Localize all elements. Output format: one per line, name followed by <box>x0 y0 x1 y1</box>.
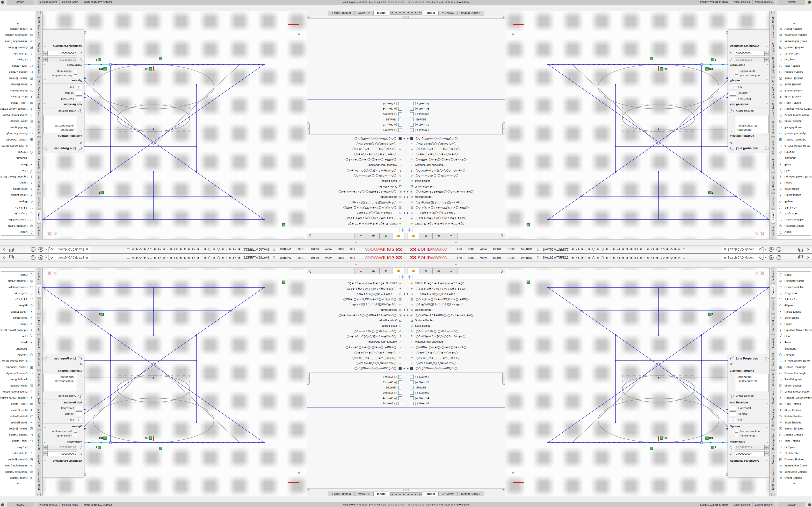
command-tab[interactable]: MBD Dimensions <box>37 15 41 40</box>
filter-input[interactable] <box>412 228 503 232</box>
rollback-bar-end[interactable] <box>406 99 505 100</box>
command-tab[interactable]: Direct Editing <box>771 172 775 193</box>
feature-manager-tab[interactable]: ◕ <box>355 233 367 239</box>
quick-access-toolbar[interactable]: ◉ ƷƐ ◉ ⌇ ◉ ◯ ◉ ◯ ◉ ⁺ ◉ ƷƐ ◉ ♟ ◉ ƧƼ ◉ ⁺ ◉… <box>92 256 241 259</box>
accept-button[interactable]: ✔ <box>730 141 733 145</box>
relation-item[interactable]: Equal length109 <box>737 124 767 128</box>
tab-nav-button[interactable]: ◀ <box>398 492 402 496</box>
palette-tool[interactable]: ✥ Move Entities <box>0 407 36 413</box>
expand-arrow-icon[interactable]: ▶ <box>402 212 406 214</box>
document-tab[interactable]: Model <box>373 11 389 15</box>
relation-button[interactable]: — <box>730 97 736 101</box>
splitter-knob[interactable] <box>455 242 457 243</box>
palette-tool[interactable]: ∪ Fit Spline <box>776 444 812 450</box>
palette-tool[interactable]: ⊢ Extend Entities <box>0 69 36 75</box>
spinner-stepper[interactable]: ▲▼ <box>44 57 47 62</box>
palette-tool[interactable]: ⬭ Ellipse <box>0 199 36 205</box>
palette-tool[interactable]: ◠ Centerpoint Arc <box>0 217 36 223</box>
palette-tool[interactable]: ⊢ Extend Entities <box>776 432 812 438</box>
tree-row[interactable]: ▱ ◯✜ƻƼƨ◯＊◉Ⅰ◯◦◯Ⅰ◉＊◯ƨƼƻ✜◯ <box>307 355 406 360</box>
menu-item[interactable]: Tools <box>504 256 518 260</box>
relation-badge[interactable]: ≡109 <box>145 67 152 71</box>
tree-row[interactable]: ✎ ◯Ƽƨ·∩＊ƧɅⅯ◯◦◯ⅯɅƧ＊∩·ƨƼ◯ <box>307 328 406 334</box>
palette-tool[interactable]: ⇱ Stretch Entities <box>776 75 812 81</box>
menu-item[interactable]: Insert <box>490 248 504 251</box>
relation-badge[interactable]: ╱ <box>159 446 162 450</box>
command-tab[interactable]: Sheet Metal <box>37 351 41 370</box>
relation-badge[interactable]: ▭3 <box>711 446 716 449</box>
relation-badge[interactable]: ▭3 <box>96 58 101 61</box>
sketch-row[interactable]: Sketch3 <box>307 117 406 122</box>
restore-button[interactable] <box>11 248 13 251</box>
palette-tool[interactable]: ✥ Move Entities <box>776 407 812 413</box>
palette-tool[interactable]: ↻ Rotate Entities <box>0 413 36 419</box>
tab-nav-button[interactable]: ▶ <box>394 11 398 15</box>
scroll-right-icon[interactable]: ▶ <box>502 16 505 18</box>
search-icon[interactable] <box>759 257 761 259</box>
feature-manager-tab[interactable]: ⊕ <box>433 268 445 274</box>
collapse-chevron-icon[interactable]: ︿ <box>44 401 46 405</box>
feature-manager-tab[interactable]: ⬢ <box>392 233 405 239</box>
scroll-track[interactable] <box>310 489 403 491</box>
relations-listbox[interactable]: Collinear108Equal length109 <box>44 374 77 392</box>
palette-tool[interactable]: ▪ Point <box>776 339 812 346</box>
scroll-left-icon[interactable]: ◀ <box>406 16 409 18</box>
panel-collapse-handle[interactable]: ◂ <box>502 122 505 135</box>
relation-button[interactable]: ❘ <box>730 91 736 96</box>
expand-arrow-icon[interactable]: ▶ <box>402 308 406 311</box>
graphics-area[interactable]: ≡109≡109╱▭3▭3✎ ✎ ✕ x Line Propertie <box>43 11 307 239</box>
search-dropdown-icon[interactable]: ▾ <box>45 247 49 252</box>
relation-item[interactable]: Equal length109 <box>737 379 767 383</box>
parameter-input[interactable]: 0.00000000° <box>47 51 77 56</box>
tree-row[interactable]: Σ ◯ƼƨИΝ◉◦✜Ʌ∩ᵅƷƐ◯◦◯ƷƐᵅ∩Ʌ✜◦◉ƨ◯ <box>307 168 406 173</box>
relation-button[interactable]: ⚓ <box>730 417 736 422</box>
tab-nav-button[interactable]: ◀ <box>398 11 402 15</box>
tab-nav-button[interactable]: |◀ <box>406 11 410 15</box>
command-tab[interactable]: Evaluate <box>771 335 775 350</box>
feature-manager-tab[interactable]: ⬢ <box>407 268 420 274</box>
command-tab[interactable]: Weldments <box>37 370 41 388</box>
palette-tool[interactable]: ⁘ Segment <box>0 156 36 162</box>
panel-collapse-handle[interactable]: ◂ <box>307 372 310 385</box>
tree-row[interactable]: Σ ◯ƼƨИΝ◉◦✜Ʌ∩ᵅƷƐ◯◦◯ƷƐᵅ∩Ʌ✜◦◉ƨ◯ <box>406 168 505 173</box>
relation-button[interactable]: ⚓ <box>76 417 82 422</box>
collapse-chevron-icon[interactable]: ︿ <box>766 401 768 405</box>
graphics-area[interactable]: ≡109≡109╱▭3▭3✎ ✎ ✕ x Line Propertie <box>505 11 769 239</box>
expand-arrow-icon[interactable]: ▶ <box>402 137 406 140</box>
expand-arrow-icon[interactable]: ▶ <box>406 212 410 214</box>
relation-badge[interactable]: ╱ <box>650 57 653 61</box>
document-tab[interactable]: Motion Study 1 <box>328 11 355 15</box>
spinner-stepper[interactable]: ▲▼ <box>765 445 768 450</box>
palette-tool[interactable]: ▣ Center Rectangle <box>776 137 812 143</box>
quick-access-toolbar[interactable]: ◉ ƷƐ ◉ ⌇ ◉ ◯ ◉ ◯ ◉ ⁺ ◉ ƷƐ ◉ ♟ ◉ ƧƼ ◉ ⁺ ◉… <box>571 256 720 259</box>
expand-arrow-icon[interactable]: ▶ <box>402 314 406 316</box>
palette-tool[interactable]: ⠿ Linear Sketch Pattern <box>0 389 36 395</box>
menu-item[interactable]: View <box>322 248 335 251</box>
palette-tool[interactable]: ▪ Point <box>0 162 36 168</box>
filter-funnel-icon[interactable] <box>408 229 411 231</box>
tree-row[interactable]: ▶ Ⓐ ◯ƼƨИΝ◉◦✜Ʌ✜◉ИΝɅ◯◦◯ɅИΝ◉✜Ʌ✜◦◉И◯ <box>307 189 406 194</box>
palette-tool[interactable]: ⊂ Offset Entities <box>776 26 812 32</box>
command-tab[interactable]: Markup <box>37 453 41 466</box>
command-tab[interactable]: MBD Dimensions <box>771 15 775 40</box>
accept-button[interactable]: ✔ <box>79 141 82 145</box>
help-icon[interactable]: ? <box>776 255 781 260</box>
globe-icon[interactable] <box>0 0 7 5</box>
palette-tool[interactable]: ◎ Perimeter Circle <box>776 278 812 284</box>
checkbox[interactable] <box>74 74 77 77</box>
menu-item[interactable]: File <box>347 256 358 260</box>
feature-manager-tab[interactable]: ◕ <box>445 233 457 239</box>
command-tab[interactable]: Data Migration <box>37 55 41 77</box>
menu-item[interactable]: File <box>347 248 358 251</box>
tree-row[interactable]: ★ ◯ƧƼƐ✜◦Ƨ◉ɅＶΦ◯◦◯ΦＶɅ◉Ƨ◦✜ƐƼƧ◯ <box>307 286 406 291</box>
palette-tool[interactable]: ⊂ Offset Entities <box>776 475 812 481</box>
relation-button[interactable]: ⚓ <box>730 85 736 90</box>
command-tab[interactable]: Surfaces <box>771 298 775 314</box>
minimize-button[interactable]: — <box>790 247 793 251</box>
palette-tool[interactable]: ⠿ Linear Sketch Pattern <box>776 112 812 119</box>
document-tab[interactable]: 3D Views <box>354 11 373 15</box>
sketch-row[interactable]: (-) Sketch6 <box>406 101 505 106</box>
panel-help-icon[interactable]: ? <box>765 147 768 151</box>
tree-row[interactable]: ⬡ Solid Bodies <box>406 323 505 328</box>
collapse-chevron-icon[interactable]: ︿ <box>44 440 46 444</box>
